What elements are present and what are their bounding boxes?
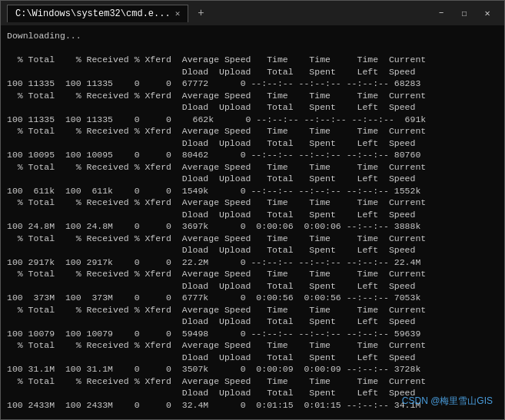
title-bar: C:\Windows\system32\cmd.e... ✕ + – ☐ ✕	[1, 1, 504, 25]
title-bar-left: C:\Windows\system32\cmd.e... ✕ +	[7, 5, 209, 22]
terminal-window: C:\Windows\system32\cmd.e... ✕ + – ☐ ✕ D…	[0, 0, 505, 420]
new-tab-button[interactable]: +	[193, 5, 208, 21]
watermark-label: CSDN @梅里雪山GIS	[402, 395, 493, 408]
minimize-button[interactable]: –	[430, 5, 452, 21]
title-bar-controls: – ☐ ✕	[430, 5, 498, 21]
tab-cmd[interactable]: C:\Windows\system32\cmd.e... ✕	[7, 5, 188, 22]
maximize-button[interactable]: ☐	[454, 5, 475, 21]
close-button[interactable]: ✕	[477, 5, 498, 21]
tab-label: C:\Windows\system32\cmd.e...	[15, 8, 171, 19]
terminal-output: Downloading... % Total % Received % Xfer…	[1, 25, 504, 419]
tab-close-icon[interactable]: ✕	[175, 8, 181, 18]
